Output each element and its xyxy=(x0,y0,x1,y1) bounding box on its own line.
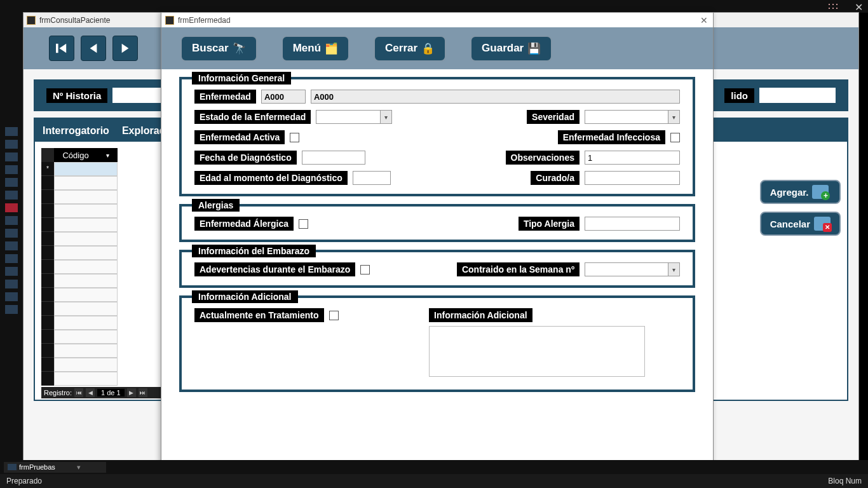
cancelar-button[interactable]: Cancelar xyxy=(760,212,841,236)
grid-cell[interactable] xyxy=(54,260,118,274)
row-selector[interactable] xyxy=(41,372,54,386)
grid-cell[interactable] xyxy=(54,274,118,288)
row-selector[interactable] xyxy=(41,288,54,302)
alergica-label: Enfermedad Álergica xyxy=(194,217,294,231)
chevron-down-icon[interactable]: ▾ xyxy=(77,463,81,471)
nav-rail-item[interactable] xyxy=(5,229,18,238)
advertencias-checkbox[interactable] xyxy=(360,265,370,274)
row-selector[interactable] xyxy=(41,330,54,344)
grid-cell[interactable] xyxy=(54,232,118,246)
severidad-combo[interactable]: ▾ xyxy=(585,110,680,124)
row-selector[interactable] xyxy=(41,316,54,330)
row-selector[interactable] xyxy=(41,232,54,246)
enfermedad-label: Enfermedad xyxy=(194,90,256,104)
nav-first-icon[interactable]: ⏮ xyxy=(74,388,83,397)
row-selector[interactable] xyxy=(41,302,54,316)
curado-field[interactable] xyxy=(585,171,680,185)
nav-rail xyxy=(0,0,23,488)
fg-titlebar[interactable]: frmEnfermedad ✕ xyxy=(161,13,713,27)
taskbar-item-frmpruebas[interactable]: frmPruebas ▾ xyxy=(4,462,106,473)
grid-cell[interactable] xyxy=(54,204,118,218)
nav-rail-item[interactable] xyxy=(5,127,18,136)
apellido-field[interactable] xyxy=(759,88,836,103)
nav-rail-item[interactable] xyxy=(5,241,18,250)
nav-next-button[interactable] xyxy=(112,36,138,61)
tipo-alergia-field[interactable] xyxy=(585,217,680,231)
row-selector[interactable] xyxy=(41,204,54,218)
close-icon[interactable]: ✕ xyxy=(695,15,713,25)
buscar-button[interactable]: Buscar🔭 xyxy=(180,36,257,62)
row-selector[interactable] xyxy=(41,274,54,288)
fecha-diag-field[interactable] xyxy=(302,151,365,165)
status-right: Bloq Num xyxy=(828,477,862,485)
nav-first-button[interactable] xyxy=(49,36,74,61)
estado-combo[interactable]: ▾ xyxy=(316,110,392,124)
row-selector[interactable] xyxy=(41,344,54,358)
nav-rail-item[interactable] xyxy=(5,267,18,276)
grid-cell[interactable] xyxy=(54,358,118,372)
grid-cell[interactable] xyxy=(54,162,118,176)
edad-diag-field[interactable] xyxy=(353,171,391,185)
fecha-diag-label: Fecha de Diagnóstico xyxy=(194,151,297,165)
grid-cell[interactable] xyxy=(54,372,118,386)
nav-rail-item[interactable] xyxy=(5,140,18,149)
nav-rail-item[interactable] xyxy=(5,305,18,314)
observaciones-field[interactable] xyxy=(585,151,680,165)
cerrar-button[interactable]: Cerrar🔒 xyxy=(374,36,446,62)
grid-cell[interactable] xyxy=(54,246,118,260)
nav-rail-item[interactable] xyxy=(5,280,18,288)
nav-rail-item[interactable] xyxy=(5,165,18,174)
window-enfermedad: frmEnfermedad ✕ Buscar🔭 Menú🗂️ Cerrar🔒 G… xyxy=(161,12,714,470)
nav-prev-icon[interactable]: ◀ xyxy=(86,388,95,397)
guardar-button[interactable]: Guardar💾 xyxy=(470,36,552,62)
infecciosa-checkbox[interactable] xyxy=(670,133,680,142)
avatar-dots-icon xyxy=(827,3,839,10)
row-selector[interactable] xyxy=(41,260,54,274)
nav-rail-item-selected[interactable] xyxy=(5,203,18,212)
nav-rail-item[interactable] xyxy=(5,254,18,263)
nav-rail-item[interactable] xyxy=(5,152,18,161)
info-adicional-textarea[interactable] xyxy=(429,326,645,377)
advertencias-label: Adevertencias durante el Embarazo xyxy=(194,262,355,276)
row-selector[interactable] xyxy=(41,246,54,260)
nav-rail-item[interactable] xyxy=(5,216,18,225)
grid-cell[interactable] xyxy=(54,302,118,316)
menu-button[interactable]: Menú🗂️ xyxy=(281,36,349,62)
grid-cell[interactable] xyxy=(54,190,118,204)
chevron-down-icon: ▾ xyxy=(668,263,679,276)
grid-cell[interactable] xyxy=(54,330,118,344)
status-bar: Preparado Bloq Num xyxy=(0,474,868,488)
activa-checkbox[interactable] xyxy=(290,133,299,142)
grid-cell[interactable] xyxy=(54,176,118,190)
grid-cell[interactable] xyxy=(54,218,118,232)
new-row-marker[interactable]: * xyxy=(41,162,54,176)
group-info-adicional: Información Adicional Actualmente en Tra… xyxy=(179,295,695,392)
nav-rail-item[interactable] xyxy=(5,191,18,200)
nav-last-button[interactable] xyxy=(144,36,149,61)
nav-next-icon[interactable]: ▶ xyxy=(127,388,136,397)
nav-last-icon[interactable]: ⏭ xyxy=(139,388,147,397)
agregar-button[interactable]: Agregar. xyxy=(760,180,841,204)
grid-cell[interactable] xyxy=(54,344,118,358)
nav-rail-item[interactable] xyxy=(5,178,18,187)
nav-rail-item[interactable] xyxy=(5,292,18,301)
semana-combo[interactable]: ▾ xyxy=(585,262,680,276)
row-selector[interactable] xyxy=(41,218,54,232)
grid-column-codigo[interactable]: Código ▾ xyxy=(54,148,118,162)
grid-cell[interactable] xyxy=(54,316,118,330)
nav-prev-button[interactable] xyxy=(81,36,106,61)
severidad-label: Severidad xyxy=(527,110,580,124)
grid-corner[interactable] xyxy=(41,148,54,162)
fg-window-title: frmEnfermedad xyxy=(178,16,231,25)
agregar-label: Agregar. xyxy=(770,187,809,198)
sort-icon[interactable]: ▾ xyxy=(106,152,109,159)
row-selector[interactable] xyxy=(41,190,54,204)
grid-cell[interactable] xyxy=(54,288,118,302)
estado-label: Estado de la Enfermedad xyxy=(194,110,311,124)
add-icon xyxy=(812,185,829,199)
tratamiento-checkbox[interactable] xyxy=(329,311,339,320)
alergica-checkbox[interactable] xyxy=(299,219,308,229)
tab-interrogatorio[interactable]: Interrogatorio xyxy=(36,121,116,140)
row-selector[interactable] xyxy=(41,176,54,190)
row-selector[interactable] xyxy=(41,358,54,372)
